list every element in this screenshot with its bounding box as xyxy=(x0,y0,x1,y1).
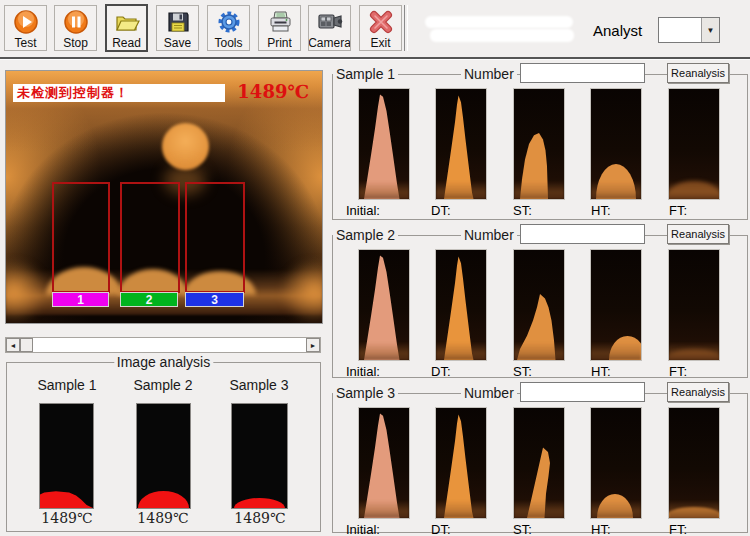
camera-button-label: Camera xyxy=(308,36,351,50)
tools-button-label: Tools xyxy=(214,36,242,50)
save-button-label: Save xyxy=(164,36,191,50)
sample-3-stage-label-ft: FT: xyxy=(669,522,687,536)
marker-rect-1 xyxy=(52,182,110,293)
read-button-label: Read xyxy=(112,36,141,50)
scroll-left-icon[interactable]: ◄ xyxy=(6,338,20,352)
sample-2-stage-label-initial: Initial: xyxy=(346,364,380,379)
sample-1-stage-label-ft: FT: xyxy=(669,203,687,218)
camera-hscrollbar[interactable]: ◄ ► xyxy=(5,337,321,353)
sample-2-stage-label-st: ST: xyxy=(513,364,532,379)
analysis-thermal-box-1 xyxy=(39,403,94,509)
sample-1-stage-label-ht: HT: xyxy=(591,203,611,218)
toolbar-divider xyxy=(0,57,750,60)
sample-2-number-input[interactable] xyxy=(520,224,645,244)
sample-1-title: Sample 1 xyxy=(333,66,398,82)
sample-2-stage-label-ft: FT: xyxy=(669,364,687,379)
hscrollbar-thumb[interactable] xyxy=(20,338,33,352)
toolbar-separator xyxy=(404,5,408,51)
sample-2-stage-label-ht: HT: xyxy=(591,364,611,379)
stop-button[interactable]: Stop xyxy=(54,5,97,51)
camera-view: 1 2 3 未检测到控制器！ 1489℃ xyxy=(5,70,323,324)
furnace-temperature: 1489℃ xyxy=(237,81,309,102)
sample-3-number-input[interactable] xyxy=(520,382,645,402)
sample-group-2: Sample 2 Number Reanalysis Initial: DT: … xyxy=(332,235,748,378)
sample-3-thumbnail-initial xyxy=(358,407,410,519)
sample-3-number-label: Number xyxy=(461,385,517,401)
sample-3-thumbnail-dt xyxy=(435,407,487,519)
sample-marker-3: 3 xyxy=(185,292,244,307)
sample-1-silhouette xyxy=(40,404,93,508)
analysis-sample-3-label: Sample 3 xyxy=(224,377,294,393)
analyst-combobox[interactable]: ▼ xyxy=(658,17,720,43)
sample-3-thumbnail-ft xyxy=(668,407,720,519)
sample-1-thumbnail-dt xyxy=(435,88,487,200)
sample-3-stage-label-st: ST: xyxy=(513,522,532,536)
folder-icon xyxy=(113,8,141,36)
application-window: Test Stop Read Save Tools xyxy=(0,0,750,536)
sample-group-3: Sample 3 Number Reanalysis Initial: DT: … xyxy=(332,393,748,533)
chevron-down-icon[interactable]: ▼ xyxy=(701,18,719,42)
sample-group-1: Sample 1 Number Reanalysis Initial: DT: … xyxy=(332,74,748,220)
exit-button-label: Exit xyxy=(370,36,390,50)
sample-3-thumbnail-st xyxy=(513,407,565,519)
sample-2-thumbnail-st xyxy=(513,249,565,361)
gear-icon xyxy=(216,8,242,36)
sample-1-number-label: Number xyxy=(461,66,517,82)
sample-1-thumbnail-ht xyxy=(590,88,642,200)
redaction-smudge xyxy=(430,29,574,42)
sample-1-stage-label-initial: Initial: xyxy=(346,203,380,218)
stop-button-label: Stop xyxy=(63,36,88,50)
save-button[interactable]: Save xyxy=(156,5,199,51)
analyst-combobox-value xyxy=(659,18,701,42)
analysis-sample-1-label: Sample 1 xyxy=(32,377,102,393)
read-button[interactable]: Read xyxy=(105,4,148,52)
furnace-tube-glow xyxy=(162,123,209,170)
sample-1-thumbnail-ft xyxy=(668,88,720,200)
analysis-temperature-2: 1489℃ xyxy=(128,510,198,526)
sample-3-thumbnail-ht xyxy=(590,407,642,519)
sample-2-number-label: Number xyxy=(461,227,517,243)
sample-2-thumbnail-dt xyxy=(435,249,487,361)
sample-2-silhouette xyxy=(138,491,189,508)
sample-3-stage-label-ht: HT: xyxy=(591,522,611,536)
sample-1-thumbnail-initial xyxy=(358,88,410,200)
sample-3-reanalysis-button[interactable]: Reanalysis xyxy=(667,382,729,402)
sample-marker-1: 1 xyxy=(52,292,109,307)
test-button[interactable]: Test xyxy=(4,5,47,51)
exit-icon xyxy=(368,8,394,36)
sample-3-stage-label-dt: DT: xyxy=(431,522,451,536)
sample-1-reanalysis-button[interactable]: Reanalysis xyxy=(667,63,729,83)
marker-rect-3 xyxy=(185,182,245,293)
image-analysis-group: Image analysis Sample 1 Sample 2 Sample … xyxy=(6,362,321,532)
sample-1-thumbnail-st xyxy=(513,88,565,200)
exit-button[interactable]: Exit xyxy=(359,5,402,51)
image-analysis-title: Image analysis xyxy=(114,354,213,370)
pause-icon xyxy=(63,8,89,36)
analysis-temperature-1: 1489℃ xyxy=(32,510,102,526)
sample-3-title: Sample 3 xyxy=(333,385,398,401)
sample-2-title: Sample 2 xyxy=(333,227,398,243)
analyst-label: Analyst xyxy=(593,22,642,39)
camera-button[interactable]: Camera xyxy=(308,5,351,51)
analysis-thermal-box-3 xyxy=(231,403,288,509)
floppy-icon xyxy=(165,8,191,36)
scroll-right-icon[interactable]: ► xyxy=(306,338,320,352)
print-button[interactable]: Print xyxy=(258,5,301,51)
sample-1-stage-label-dt: DT: xyxy=(431,203,451,218)
play-icon xyxy=(13,8,39,36)
redaction-smudge xyxy=(425,16,573,28)
sample-2-thumbnail-ht xyxy=(590,249,642,361)
test-button-label: Test xyxy=(14,36,36,50)
controller-warning-box: 未检测到控制器！ xyxy=(13,84,225,102)
camera-icon xyxy=(316,8,344,36)
sample-1-stage-label-st: ST: xyxy=(513,203,532,218)
marker-rect-2 xyxy=(120,182,180,293)
tools-button[interactable]: Tools xyxy=(207,5,250,51)
sample-1-number-input[interactable] xyxy=(520,63,645,83)
analysis-temperature-3: 1489℃ xyxy=(225,510,295,526)
controller-warning-text: 未检测到控制器！ xyxy=(13,84,129,102)
sample-marker-2: 2 xyxy=(120,292,178,307)
sample-2-reanalysis-button[interactable]: Reanalysis xyxy=(667,224,729,244)
analysis-thermal-box-2 xyxy=(136,403,191,509)
sample-2-thumbnail-ft xyxy=(668,249,720,361)
